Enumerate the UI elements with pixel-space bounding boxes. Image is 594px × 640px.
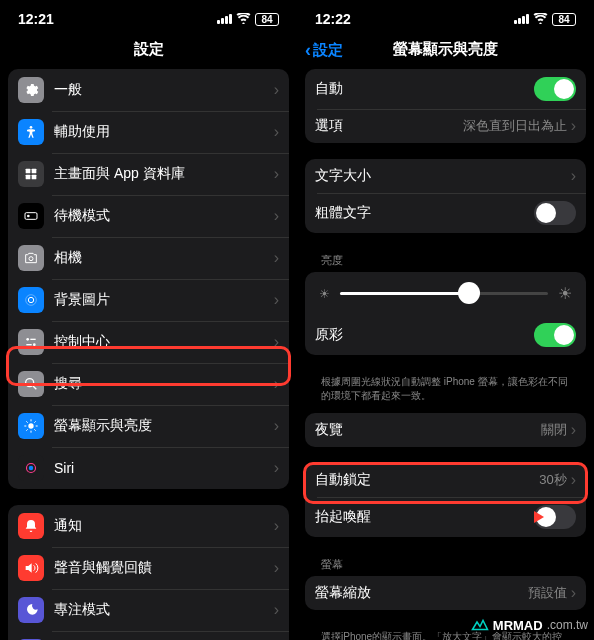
battery-icon: 84: [552, 13, 576, 26]
row-label: 輔助使用: [54, 123, 274, 141]
chevron-right-icon: ›: [274, 249, 279, 267]
settings-row-siri[interactable]: Siri›: [8, 447, 289, 489]
svg-point-10: [26, 338, 29, 341]
raise-to-wake-row[interactable]: 抬起喚醒: [305, 497, 586, 537]
chevron-right-icon: ›: [274, 375, 279, 393]
svg-point-12: [33, 343, 36, 346]
row-label: 一般: [54, 81, 274, 99]
back-button[interactable]: ‹ 設定: [305, 40, 343, 61]
settings-row-wallpaper[interactable]: 背景圖片›: [8, 279, 289, 321]
settings-row-notify[interactable]: 通知›: [8, 505, 289, 547]
page-title: 設定: [0, 34, 297, 69]
svg-point-6: [27, 215, 30, 218]
wifi-icon: [533, 12, 548, 27]
night-shift-row[interactable]: 夜覽 關閉 ›: [305, 413, 586, 447]
brightness-header: 亮度: [305, 249, 586, 272]
status-bar: 12:21 84: [0, 0, 297, 34]
standby-icon: [18, 203, 44, 229]
battery-icon: 84: [255, 13, 279, 26]
auto-row[interactable]: 自動: [305, 69, 586, 109]
settings-row-standby[interactable]: 待機模式›: [8, 195, 289, 237]
display-icon: [18, 413, 44, 439]
settings-row-display[interactable]: 螢幕顯示與亮度›: [8, 405, 289, 447]
signal-icon: [514, 14, 529, 24]
row-label: 螢幕顯示與亮度: [54, 417, 274, 435]
status-icons: 84: [217, 12, 279, 27]
true-tone-note: 根據周圍光線狀況自動調整 iPhone 螢幕，讓色彩在不同的環境下都看起來一致。: [305, 371, 586, 413]
auto-lock-row[interactable]: 自動鎖定 30秒 ›: [305, 463, 586, 497]
svg-rect-4: [32, 175, 37, 180]
svg-rect-5: [25, 213, 37, 220]
status-icons: 84: [514, 12, 576, 27]
camera-icon: [18, 245, 44, 271]
status-bar: 12:22 84: [297, 0, 594, 34]
chevron-right-icon: ›: [274, 123, 279, 141]
true-tone-row[interactable]: 原彩: [305, 315, 586, 355]
true-tone-toggle[interactable]: [534, 323, 576, 347]
settings-row-gear[interactable]: 一般›: [8, 69, 289, 111]
chevron-right-icon: ›: [274, 81, 279, 99]
svg-rect-13: [26, 344, 31, 345]
chevron-right-icon: ›: [274, 559, 279, 577]
wallpaper-icon: [18, 287, 44, 313]
focus-icon: [18, 597, 44, 623]
row-label: 通知: [54, 517, 274, 535]
siri-icon: [18, 455, 44, 481]
settings-row-focus[interactable]: 專注模式›: [8, 589, 289, 631]
search-icon: [18, 371, 44, 397]
settings-row-camera[interactable]: 相機›: [8, 237, 289, 279]
page-header: ‹ 設定 螢幕顯示與亮度: [297, 34, 594, 69]
chevron-right-icon: ›: [274, 517, 279, 535]
sun-large-icon: ☀: [558, 284, 572, 303]
bold-text-toggle[interactable]: [534, 201, 576, 225]
options-row[interactable]: 選項 深色直到日出為止 ›: [305, 109, 586, 143]
sun-small-icon: ☀: [319, 287, 330, 301]
svg-rect-2: [32, 169, 37, 174]
svg-rect-3: [26, 175, 31, 180]
chevron-right-icon: ›: [274, 291, 279, 309]
row-label: 控制中心: [54, 333, 274, 351]
auto-toggle[interactable]: [534, 77, 576, 101]
sound-icon: [18, 555, 44, 581]
row-label: 主畫面與 App 資料庫: [54, 165, 274, 183]
settings-row-home[interactable]: 主畫面與 App 資料庫›: [8, 153, 289, 195]
svg-point-14: [26, 379, 34, 387]
brightness-slider-row[interactable]: ☀ ☀: [305, 272, 586, 315]
chevron-right-icon: ›: [571, 421, 576, 439]
signal-icon: [217, 14, 232, 24]
row-label: 聲音與觸覺回饋: [54, 559, 274, 577]
row-label: 待機模式: [54, 207, 274, 225]
gear-icon: [18, 77, 44, 103]
brightness-slider[interactable]: [340, 292, 548, 295]
text-size-row[interactable]: 文字大小 ›: [305, 159, 586, 193]
watermark-logo-icon: [471, 616, 489, 634]
settings-row-search[interactable]: 搜尋›: [8, 363, 289, 405]
chevron-right-icon: ›: [571, 117, 576, 135]
row-label: 相機: [54, 249, 274, 267]
chevron-left-icon: ‹: [305, 40, 311, 61]
display-brightness-screen: 12:22 84 ‹ 設定 螢幕顯示與亮度: [297, 0, 594, 640]
chevron-right-icon: ›: [274, 601, 279, 619]
row-label: 背景圖片: [54, 291, 274, 309]
row-label: Siri: [54, 460, 274, 476]
settings-row-accessibility[interactable]: 輔助使用›: [8, 111, 289, 153]
settings-row-screentime[interactable]: 螢幕使用時間›: [8, 631, 289, 640]
svg-point-0: [30, 126, 33, 129]
settings-list[interactable]: 一般›輔助使用›主畫面與 App 資料庫›待機模式›相機›背景圖片›控制中心›搜…: [0, 69, 297, 640]
chevron-right-icon: ›: [571, 584, 576, 602]
status-time: 12:21: [18, 11, 54, 27]
chevron-right-icon: ›: [571, 471, 576, 489]
control-icon: [18, 329, 44, 355]
svg-point-8: [28, 297, 33, 302]
chevron-right-icon: ›: [274, 417, 279, 435]
display-zoom-row[interactable]: 螢幕縮放 預設值 ›: [305, 576, 586, 610]
raise-to-wake-toggle[interactable]: [534, 505, 576, 529]
bold-text-row[interactable]: 粗體文字: [305, 193, 586, 233]
row-label: 專注模式: [54, 601, 274, 619]
accessibility-icon: [18, 119, 44, 145]
status-time: 12:22: [315, 11, 351, 27]
chevron-right-icon: ›: [274, 333, 279, 351]
settings-row-control[interactable]: 控制中心›: [8, 321, 289, 363]
svg-rect-1: [26, 169, 31, 174]
settings-row-sound[interactable]: 聲音與觸覺回饋›: [8, 547, 289, 589]
